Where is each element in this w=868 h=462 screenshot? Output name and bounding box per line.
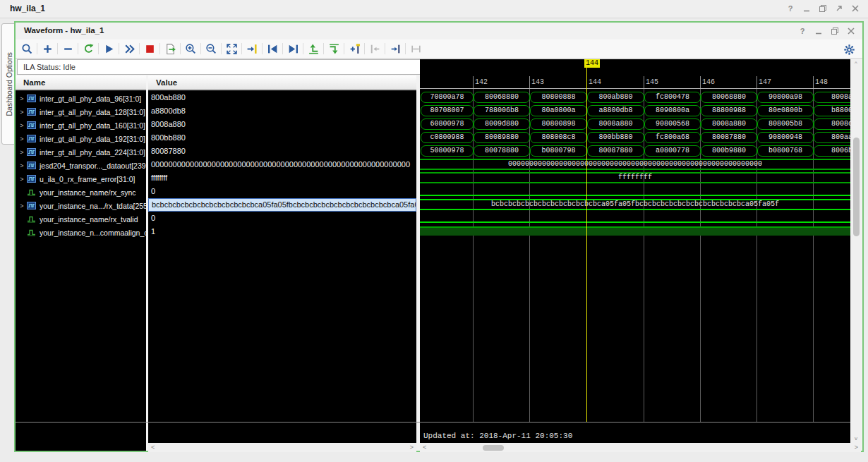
remove-button[interactable]: [59, 41, 76, 56]
value-scroll-left-icon[interactable]: <: [151, 443, 155, 452]
waveform-bus-cell: 8008a880: [701, 118, 757, 130]
waveform-bus-cell: 8008a880: [587, 118, 644, 130]
bus-signal-icon: [27, 162, 37, 169]
name-column-header[interactable]: Name: [16, 75, 146, 90]
waveform-bus-cell: 80e0800b: [757, 105, 814, 116]
ruler-tick-label: 147: [759, 78, 771, 86]
signal-name-label: inter_gt_all_phy_data_128[31:0]: [40, 108, 145, 116]
panel-maximize-icon[interactable]: [829, 25, 840, 37]
signal-value-cell[interactable]: 8008a880: [148, 118, 416, 131]
value-pane-horizontal-scrollbar[interactable]: < >: [148, 443, 416, 452]
previous-transition-button[interactable]: [305, 41, 322, 56]
stop-trigger-button[interactable]: [141, 41, 158, 56]
signal-value-cell[interactable]: 0000000000000000000000000000000000000000…: [148, 158, 416, 171]
help-icon[interactable]: ?: [785, 3, 796, 14]
signal-name-row[interactable]: your_instance_name/rx_sync: [16, 186, 146, 199]
signal-value-cell[interactable]: 0: [148, 212, 416, 225]
waveform-bus-cell: b0800768: [757, 145, 814, 157]
window-controls: ?: [785, 3, 861, 14]
float-icon[interactable]: [833, 3, 845, 14]
signal-value-cell[interactable]: a8800db8: [148, 104, 416, 118]
value-scroll-right-icon[interactable]: >: [410, 443, 414, 452]
scroll-left-icon[interactable]: <: [423, 443, 426, 452]
signal-name-row[interactable]: >u_ila_0_rx_frame_error[31:0]: [16, 172, 146, 186]
add-marker-button[interactable]: [346, 41, 363, 56]
expand-chevron-icon[interactable]: >: [18, 162, 25, 169]
toolbar-separator: [37, 43, 37, 54]
scroll-right-icon[interactable]: >: [855, 443, 858, 452]
waveform-vertical-scrollbar[interactable]: ^ v: [851, 59, 861, 443]
search-button[interactable]: [18, 41, 35, 56]
restore-icon[interactable]: [817, 3, 828, 14]
bus-signal-icon: [27, 95, 37, 102]
go-to-end-button[interactable]: [284, 41, 301, 56]
signal-name-row[interactable]: >inter_gt_all_phy_data_192[31:0]: [16, 132, 146, 145]
expand-chevron-icon[interactable]: >: [18, 135, 25, 142]
run-trigger-button[interactable]: [100, 41, 117, 56]
signal-name-row[interactable]: your_instance_name/rx_tvalid: [16, 212, 146, 226]
panel-help-icon[interactable]: ?: [797, 25, 808, 37]
ila-status-bar: ILA Status: Idle: [17, 59, 422, 75]
value-column-header[interactable]: Value: [148, 75, 416, 90]
signal-name-row[interactable]: >inter_gt_all_phy_data_160[31:0]: [16, 118, 146, 132]
waveform-bus-cell: 788006b8: [474, 105, 530, 116]
signal-value-cell[interactable]: 800ab880: [148, 91, 416, 104]
scroll-down-icon[interactable]: v: [851, 434, 861, 443]
zoom-in-button[interactable]: [182, 41, 199, 56]
waveform-logic-low: [420, 195, 850, 196]
bus-signal-icon: [27, 135, 37, 142]
rerun-trigger-button[interactable]: [80, 41, 97, 56]
signal-name-row[interactable]: >jesd204_transpor..._dataout[239:0]: [16, 159, 146, 172]
signal-name-label: jesd204_transpor..._dataout[239:0]: [40, 162, 146, 170]
signal-value-cell[interactable]: 80087880: [148, 145, 416, 158]
time-ruler: [420, 88, 850, 89]
settings-gear-button[interactable]: [841, 42, 857, 57]
zoom-out-button[interactable]: [203, 41, 219, 56]
signal-value-cell[interactable]: 1: [148, 225, 416, 238]
expand-chevron-icon[interactable]: >: [18, 109, 25, 116]
expand-chevron-icon[interactable]: >: [18, 149, 25, 156]
go-to-cursor-button[interactable]: [243, 41, 260, 56]
signal-name-row[interactable]: >your_instance_na.../rx_tdata[255:0]: [16, 199, 146, 212]
toolbar-separator: [282, 43, 283, 54]
expand-chevron-icon[interactable]: >: [18, 122, 25, 129]
signal-name-row[interactable]: >inter_gt_all_phy_data_128[31:0]: [16, 105, 146, 118]
add-button[interactable]: [39, 41, 56, 56]
waveform-logic-high: [420, 226, 850, 236]
ruler-tick: [644, 76, 644, 88]
waveform-bus-value: ffffffff: [420, 173, 850, 183]
panel-minimize-icon[interactable]: [813, 25, 824, 37]
cursor-time-badge[interactable]: 144: [584, 59, 600, 68]
signal-name-row[interactable]: >inter_gt_all_phy_data_224[31:0]: [16, 145, 146, 159]
waveform-canvas[interactable]: 144 Updated at: 2018-Apr-11 20:05:30 142…: [420, 59, 850, 443]
close-icon[interactable]: [850, 3, 861, 14]
toolbar-separator: [364, 43, 365, 54]
signal-name-row[interactable]: your_instance_n...commaalign_ou: [16, 226, 146, 239]
signal-name-label: inter_gt_all_phy_data_192[31:0]: [40, 135, 145, 143]
signal-value-cell-selected[interactable]: bcbcbcbcbcbcbcbcbcbcbcbcbca05fa05fbcbcbc…: [148, 198, 416, 212]
panel-close-icon[interactable]: [845, 25, 857, 37]
zoom-fit-button[interactable]: [223, 41, 240, 56]
waveform-bus-cell: c0800988: [421, 132, 474, 143]
export-data-button[interactable]: [162, 41, 179, 56]
next-transition-button[interactable]: [325, 41, 342, 56]
signal-value-cell[interactable]: ffffffff: [148, 171, 416, 185]
signal-name-row[interactable]: >inter_gt_all_phy_data_96[31:0]: [16, 92, 146, 105]
run-trigger-immediate-button[interactable]: [121, 41, 138, 56]
scroll-up-icon[interactable]: ^: [851, 59, 861, 68]
minimize-icon[interactable]: [801, 3, 812, 14]
expand-chevron-icon[interactable]: >: [18, 202, 25, 209]
vertical-scroll-thumb[interactable]: [853, 138, 860, 236]
waveform-bus-cell: 8006b: [814, 145, 850, 157]
waveform-panel-header: Waveform - hw_ila_1 ?: [16, 23, 862, 40]
signal-value-cell[interactable]: 0: [148, 185, 416, 198]
waveform-horizontal-scrollbar[interactable]: < >: [420, 443, 861, 452]
bus-signal-icon: [27, 121, 37, 129]
signal-value-cell[interactable]: 800bb880: [148, 131, 416, 145]
waveform-bus-cell: fc800a68: [644, 132, 701, 143]
expand-chevron-icon[interactable]: >: [18, 95, 25, 102]
go-to-start-button[interactable]: [264, 41, 281, 56]
next-marker-button[interactable]: [387, 41, 404, 56]
horizontal-scroll-thumb[interactable]: [483, 445, 504, 451]
expand-chevron-icon[interactable]: >: [18, 176, 25, 183]
